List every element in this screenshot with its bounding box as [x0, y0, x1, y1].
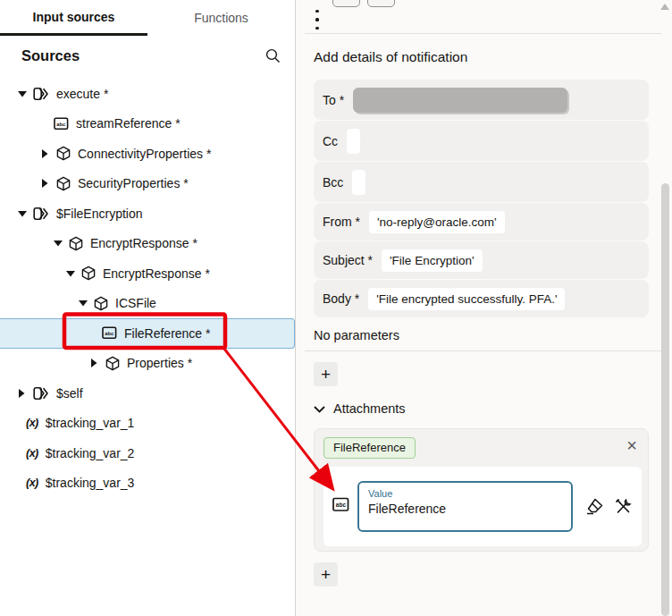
expand-open-icon[interactable]	[66, 270, 75, 277]
tree-item[interactable]: abcFileReference *	[0, 318, 295, 349]
sources-header: Sources	[0, 36, 295, 79]
field-value-bcc[interactable]	[352, 170, 365, 195]
tree-item-label: $tracking_var_3	[46, 476, 135, 490]
field-label-body: Body *	[323, 291, 359, 306]
cube-icon	[81, 266, 96, 281]
cube-icon	[56, 176, 71, 191]
field-label-bcc: Bcc	[323, 175, 343, 190]
no-parameters-text: No parameters	[314, 328, 649, 342]
tree-item[interactable]: SecurityProperties *	[0, 169, 295, 199]
value-field-text: FileReference	[368, 502, 562, 516]
add-parameter-button[interactable]: +	[314, 362, 338, 386]
svg-text:abc: abc	[105, 331, 114, 336]
tree-item-label: $FileEncryption	[56, 207, 143, 221]
search-icon	[265, 47, 281, 68]
toolbar-button-1[interactable]	[332, 0, 360, 7]
panel-heading: Add details of notification	[314, 49, 649, 65]
tree-item[interactable]: EncryptResponse *	[0, 258, 295, 289]
tree-item[interactable]: Properties *	[0, 349, 295, 379]
tree-item[interactable]: ICSFile	[0, 289, 295, 319]
notification-form: To *CcBccFrom *'no-reply@oracle.com'Subj…	[314, 80, 649, 317]
field-row-to: To *	[314, 80, 649, 120]
tree-item[interactable]: EncryptResponse *	[0, 229, 295, 259]
field-value-body[interactable]: 'File encrypted successfully. PFA.'	[368, 288, 565, 310]
variable-icon: (x)	[26, 417, 38, 429]
expand-open-icon[interactable]	[18, 90, 27, 97]
tree-item-label: $tracking_var_1	[46, 416, 135, 430]
expand-closed-icon[interactable]	[41, 149, 50, 158]
field-row-bcc: Bcc	[314, 162, 649, 202]
field-row-from: From *'no-reply@oracle.com'	[314, 203, 649, 240]
attachments-section-toggle[interactable]: Attachments	[314, 401, 649, 416]
tree-item[interactable]: $FileEncryption	[0, 198, 295, 229]
tree-item[interactable]: (x)$tracking_var_1	[0, 409, 295, 439]
svg-text:abc: abc	[336, 502, 347, 508]
message-icon	[33, 87, 49, 101]
tree-item-label: ICSFile	[115, 296, 156, 310]
tree-item[interactable]: execute *	[0, 79, 295, 109]
scrollbar-up-arrow[interactable]	[660, 4, 669, 10]
attachment-badge: FileReference	[323, 437, 416, 459]
tab-functions[interactable]: Functions	[147, 0, 295, 36]
tree-item[interactable]: $self	[0, 378, 295, 409]
message-icon	[33, 207, 49, 221]
input-sources-panel: Input sources Functions Sources execute …	[0, 0, 296, 616]
field-row-body: Body *'File encrypted successfully. PFA.…	[314, 280, 649, 317]
tree-item[interactable]: ConnectivityProperties *	[0, 139, 295, 169]
field-label-to: To *	[323, 93, 344, 107]
notification-panel: Add details of notification To *CcBccFro…	[296, 0, 672, 616]
tree-item-label: ConnectivityProperties *	[78, 147, 211, 161]
variable-icon: (x)	[26, 447, 38, 460]
tab-input-sources[interactable]: Input sources	[0, 0, 147, 36]
tree-item-label: EncryptResponse *	[103, 266, 210, 281]
attachment-card: FileReference × abc Value FileReference	[314, 428, 649, 552]
message-icon	[33, 386, 49, 401]
cube-icon	[94, 296, 108, 311]
field-label-from: From *	[323, 215, 360, 229]
toolbar-button-2[interactable]	[367, 0, 395, 7]
tree-item[interactable]: abcstreamReference *	[0, 109, 295, 139]
close-icon[interactable]: ×	[626, 436, 637, 454]
tree-item[interactable]: (x)$tracking_var_3	[0, 468, 295, 499]
expand-open-icon[interactable]	[54, 240, 63, 247]
scrollbar-thumb[interactable]	[661, 183, 669, 616]
section-divider	[305, 350, 661, 351]
tree-item-label: streamReference *	[76, 116, 181, 131]
cube-icon	[69, 236, 83, 251]
field-value-redacted-to[interactable]	[353, 88, 567, 113]
variable-icon: (x)	[26, 477, 38, 489]
tree-item[interactable]: (x)$tracking_var_2	[0, 438, 295, 468]
string-type-icon: abc	[332, 497, 349, 516]
tree-item-label: execute *	[56, 87, 108, 101]
tree-item-label: $tracking_var_2	[46, 446, 135, 460]
abc-icon: abc	[54, 117, 69, 131]
tools-icon[interactable]	[614, 498, 633, 515]
attachments-header-label: Attachments	[333, 401, 406, 416]
expand-open-icon[interactable]	[18, 210, 27, 217]
add-attachment-button[interactable]: +	[314, 562, 338, 586]
tree-item-label: $self	[56, 386, 83, 401]
panel-toolbar	[305, 0, 661, 34]
field-row-cc: Cc	[314, 121, 649, 161]
source-tabs: Input sources Functions	[0, 0, 295, 36]
attachment-value-input[interactable]: Value FileReference	[357, 481, 573, 532]
search-button[interactable]	[260, 45, 285, 70]
field-value-cc[interactable]	[347, 129, 360, 154]
tree-item-label: EncryptResponse *	[90, 236, 197, 250]
svg-text:abc: abc	[56, 121, 66, 126]
kebab-menu-icon[interactable]	[310, 10, 324, 30]
eraser-icon[interactable]	[585, 498, 604, 515]
abc-icon: abc	[102, 326, 117, 340]
sources-tree: execute *abcstreamReference *Connectivit…	[0, 79, 295, 498]
expand-open-icon[interactable]	[79, 300, 88, 307]
expand-closed-icon[interactable]	[90, 359, 99, 367]
sources-title: Sources	[21, 47, 80, 64]
field-label-cc: Cc	[323, 134, 338, 148]
field-label-subject: Subject *	[323, 253, 373, 267]
expand-closed-icon[interactable]	[18, 389, 27, 398]
expand-closed-icon[interactable]	[41, 179, 50, 188]
field-row-subject: Subject *'File Encryption'	[314, 241, 649, 279]
field-value-from[interactable]: 'no-reply@oracle.com'	[369, 211, 505, 233]
field-value-subject[interactable]: 'File Encryption'	[382, 249, 482, 272]
chevron-down-icon	[314, 401, 325, 416]
